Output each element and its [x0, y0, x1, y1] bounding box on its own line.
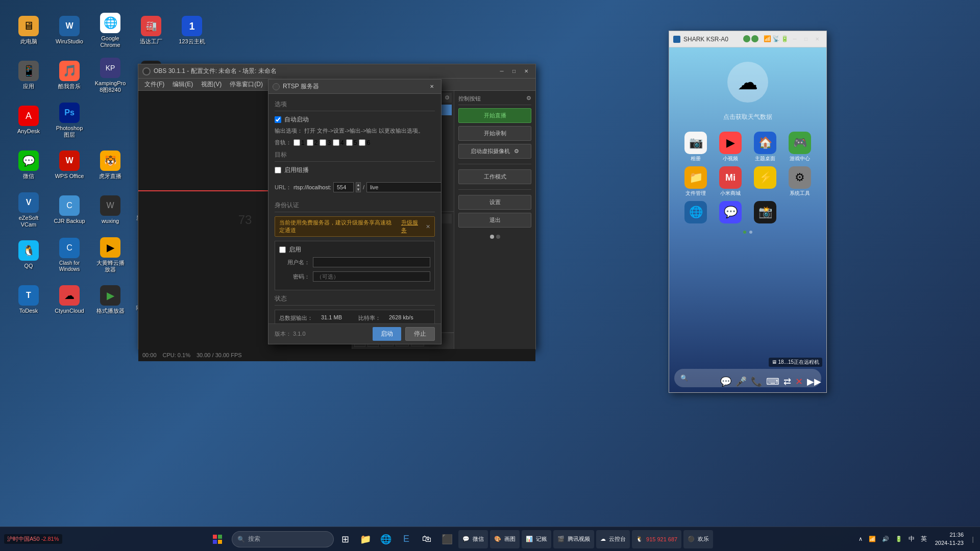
search-bar[interactable]: 🔍 搜索	[232, 531, 334, 547]
obs-titlebar[interactable]: OBS 30.1.1 - 配置文件: 未命名 - 场景: 未命名 ─ □ ✕	[138, 64, 535, 79]
phone-app-game[interactable]: 🎮 游戏中心	[785, 132, 815, 162]
shark-close-btn[interactable]: ✕	[812, 35, 822, 43]
url-port-spinner[interactable]: ▲ ▼	[356, 182, 361, 192]
menu-docking[interactable]: 停靠窗口(D)	[226, 79, 267, 90]
taskbar-tencent-app[interactable]: 🎬 腾讯视频	[553, 530, 594, 548]
track-5[interactable]: 5	[346, 139, 357, 146]
url-path-input[interactable]	[366, 182, 441, 192]
phone-app-cam2[interactable]: 📸	[750, 201, 780, 224]
icon-factory[interactable]: 🏭 迅达工厂	[133, 10, 169, 51]
start-stream-btn[interactable]: 开始直播	[458, 108, 531, 123]
auto-start-checkbox[interactable]	[275, 116, 281, 123]
phone-close2-icon[interactable]: ✕	[795, 376, 803, 387]
phone-app-home[interactable]: 🏠 主题桌面	[750, 132, 780, 162]
stock-badge[interactable]: 沪时中国A50 -2.81%	[4, 534, 62, 544]
username-input[interactable]	[313, 257, 430, 267]
system-clock[interactable]: 21:36 2024-11-23	[932, 530, 967, 548]
tray-arrow[interactable]: ∧	[856, 535, 865, 543]
tray-ime[interactable]: 英	[919, 534, 929, 544]
custom-server-checkbox[interactable]	[275, 167, 281, 173]
icon-wirustudio[interactable]: W WiruStudio	[51, 10, 88, 51]
rtsp-titlebar[interactable]: RTSP 服务器 ✕	[268, 80, 441, 94]
track-1[interactable]: 1	[293, 139, 305, 146]
phone-msg-icon[interactable]: 💬	[720, 376, 731, 387]
obs-minimize-btn[interactable]: ─	[497, 67, 507, 76]
phone-app-xiaomi[interactable]: Mi 小米商城	[715, 166, 746, 197]
exit-btn[interactable]: 退出	[458, 213, 531, 228]
track-6[interactable]: 6	[359, 139, 370, 146]
taskbar-terminal[interactable]: ⬛	[438, 530, 456, 548]
icon-format[interactable]: ▶ 格式播放器	[92, 280, 129, 320]
icon-huya[interactable]: 🐯 虎牙直播	[92, 145, 129, 186]
icon-qq[interactable]: 🐧 QQ	[10, 235, 47, 276]
icon-wps[interactable]: W WPS Office	[51, 145, 88, 186]
shark-minimize-btn[interactable]: ─	[790, 35, 800, 43]
phone-call-icon[interactable]: 📞	[751, 376, 762, 387]
icon-todesk[interactable]: T ToDesk	[10, 280, 47, 320]
taskbar-draw-app[interactable]: 🎨 画图	[490, 530, 520, 548]
icon-kampingpro[interactable]: KP KampingPro 8图8240	[92, 55, 129, 96]
phone-app-thunder[interactable]: ⚡	[750, 166, 780, 197]
phone-expand-icon[interactable]: ▶▶	[807, 376, 821, 387]
tray-network[interactable]: 📶	[867, 535, 878, 543]
icon-app[interactable]: 📱 应用	[10, 55, 47, 96]
phone-keyboard-icon[interactable]: ⌨	[766, 376, 779, 387]
taskbar-qq-app[interactable]: 🐧 915 921 687	[632, 530, 681, 548]
icon-wuxing[interactable]: W wuxing	[92, 190, 129, 231]
rtsp-start-btn[interactable]: 启动	[373, 327, 401, 341]
taskbar-obs-app[interactable]: ⚫ 欢乐	[683, 530, 713, 548]
weather-text[interactable]: 点击获取天气数据	[723, 113, 772, 121]
work-mode-btn[interactable]: 工作模式	[458, 169, 531, 184]
track-4[interactable]: 4	[333, 139, 344, 146]
menu-view[interactable]: 视图(V)	[197, 79, 226, 90]
phone-app-camera[interactable]: 📷 相册	[680, 132, 711, 162]
rtsp-close-btn[interactable]: ✕	[427, 83, 437, 91]
taskbar-explorer[interactable]: 📁	[356, 530, 375, 548]
url-port-input[interactable]	[333, 182, 354, 192]
icon-anydesk[interactable]: A AnyDesk	[10, 100, 47, 141]
phone-app-system[interactable]: ⚙ 系统工具	[785, 166, 815, 197]
upgrade-link[interactable]: 升级服务	[401, 219, 422, 234]
icon-photoshop[interactable]: Ps Photoshop 图层	[51, 100, 88, 141]
taskbar-store[interactable]: 🛍	[418, 530, 436, 548]
taskbar-taskview[interactable]: ⊞	[336, 530, 354, 548]
phone-app-browser[interactable]: 🌐	[680, 201, 711, 224]
shark-titlebar[interactable]: SHARK KSR-A0 📶 📡 🔋 ─ □ ✕	[669, 31, 826, 47]
taskbar-cloud-app[interactable]: ☁ 云控台	[596, 530, 630, 548]
scenes-settings-icon[interactable]: ⚙	[445, 94, 450, 101]
auth-warning-close[interactable]: ✕	[426, 223, 430, 230]
menu-file[interactable]: 文件(F)	[140, 79, 168, 90]
track-3[interactable]: 3	[320, 139, 331, 146]
obs-maximize-btn[interactable]: □	[509, 67, 519, 76]
track-2[interactable]: 2	[307, 139, 318, 146]
show-desktop-btn[interactable]: |	[970, 530, 976, 548]
taskbar-edge[interactable]: E	[397, 530, 415, 548]
spinner-up[interactable]: ▲	[356, 183, 360, 187]
icon-wechat[interactable]: 💬 微信	[10, 145, 47, 186]
enable-auth-checkbox[interactable]	[279, 246, 286, 253]
phone-transfer-icon[interactable]: ⇄	[783, 376, 791, 387]
icon-dahu[interactable]: ▶ 大黄蜂云播放器	[92, 235, 129, 276]
password-input[interactable]	[313, 271, 430, 282]
start-menu-btn[interactable]	[205, 530, 230, 548]
taskbar-chrome[interactable]: 🌐	[377, 530, 395, 548]
icon-cloud123[interactable]: 1 123云主机	[174, 10, 210, 51]
icon-ezesoft[interactable]: V eZeSoft VCam	[10, 190, 47, 231]
shark-restore-btn[interactable]: □	[801, 35, 811, 43]
icon-clash[interactable]: C Clash for Windows	[51, 235, 88, 276]
icon-kuwo[interactable]: 🎵 酷我音乐	[51, 55, 88, 96]
start-record-btn[interactable]: 开始录制	[458, 126, 531, 141]
virtual-cam-settings-icon[interactable]: ⚙	[514, 148, 519, 154]
icon-cjr[interactable]: C CJR Backup	[51, 190, 88, 231]
icon-computer[interactable]: 🖥 此电脑	[10, 10, 47, 51]
phone-app-video[interactable]: ▶ 小视频	[715, 132, 746, 162]
tray-volume[interactable]: 🔊	[880, 535, 891, 543]
start-virtual-cam-btn[interactable]: 启动虚拟摄像机 ⚙	[458, 144, 531, 159]
phone-mic-icon[interactable]: 🎤	[736, 376, 747, 387]
icon-chrome[interactable]: 🌐 Google Chrome	[92, 10, 129, 51]
obs-close-btn[interactable]: ✕	[521, 67, 531, 76]
spinner-down[interactable]: ▼	[356, 187, 360, 192]
taskbar-account-app[interactable]: 📊 记账	[522, 530, 551, 548]
phone-app-files[interactable]: 📁 文件管理	[680, 166, 711, 197]
icon-ctyun[interactable]: ☁ CtyunCloud	[51, 280, 88, 320]
